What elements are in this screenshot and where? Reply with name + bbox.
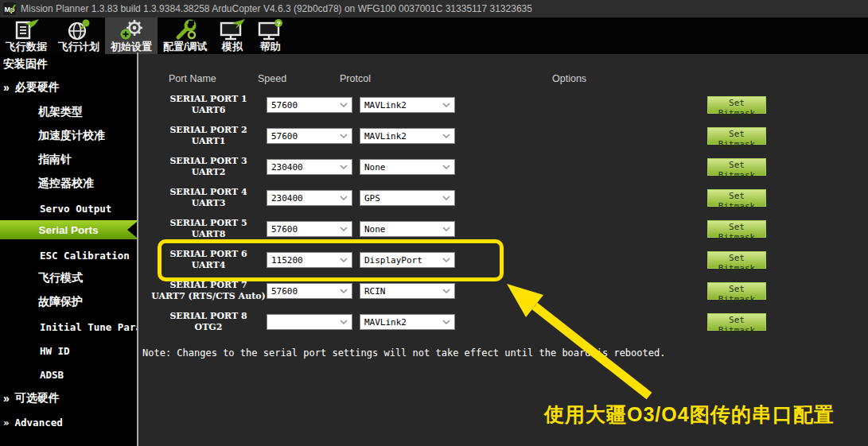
sidebar-item-install-firmware[interactable]: 安装固件 (0, 56, 137, 73)
sidebar-item-hw-id[interactable]: HW ID (0, 342, 137, 359)
tab-label: 飞行数据 (6, 41, 47, 53)
set-bitmask-button[interactable]: Set Bitmask (707, 127, 766, 145)
tab-simulation[interactable]: 模拟 (213, 17, 251, 54)
svg-text:?: ? (276, 20, 280, 28)
column-header-port-name: Port Name (169, 73, 216, 84)
sidebar-item-esc-calibration[interactable]: ESC Calibration (0, 246, 137, 264)
tab-label: 配置/调试 (163, 41, 208, 53)
tab-label: 飞行计划 (58, 41, 99, 53)
sidebar-item-serial-ports[interactable]: Serial Ports (0, 220, 137, 239)
simulation-icon (219, 19, 246, 41)
chevron-down-icon (340, 103, 348, 107)
speed-dropdown[interactable]: 115200 (267, 252, 352, 268)
port-name-label: SERIAL PORT 1UART6 (141, 94, 276, 116)
set-bitmask-button[interactable]: Set Bitmask (707, 96, 766, 114)
chevron-down-icon (442, 165, 450, 169)
title-bar: Mp Mission Planner 1.3.83 build 1.3.9384… (0, 0, 868, 17)
speed-dropdown[interactable]: 57600 (267, 97, 352, 113)
protocol-dropdown[interactable]: MAVLink2 (360, 128, 455, 144)
sidebar-item-servo-output[interactable]: Servo Output (0, 200, 137, 217)
main-toolbar: 飞行数据 飞行计划 (0, 17, 868, 54)
port-name-label: SERIAL PORT 6UART4 (141, 249, 276, 271)
sidebar-item-adsb[interactable]: ADSB (0, 366, 137, 383)
serial-port-row: SERIAL PORT 3UART2 230400 None Set Bitma… (138, 152, 868, 182)
sidebar-item-advanced[interactable]: »Advanced (0, 413, 137, 431)
sidebar-item-initial-tune-params[interactable]: Initial Tune Para (0, 318, 137, 335)
chevron-down-icon (340, 320, 348, 324)
protocol-dropdown[interactable]: RCIN (360, 283, 455, 299)
selected-item-notch (127, 222, 137, 238)
serial-port-row: SERIAL PORT 1UART6 57600 MAVLink2 Set Bi… (138, 90, 868, 120)
chevron-down-icon (442, 258, 450, 262)
protocol-dropdown[interactable]: None (360, 221, 455, 237)
set-bitmask-button[interactable]: Set Bitmask (707, 220, 766, 238)
serial-port-row: SERIAL PORT 2UART1 57600 MAVLink2 Set Bi… (138, 121, 868, 151)
set-bitmask-button[interactable]: Set Bitmask (707, 189, 766, 207)
tab-flight-data[interactable]: 飞行数据 (0, 17, 53, 54)
sidebar-item-flight-modes[interactable]: 飞行模式 (0, 270, 137, 287)
tab-initial-setup[interactable]: 初始设置 (105, 17, 158, 54)
table-header-row: Port Name Speed Protcol Options (0, 73, 868, 84)
column-header-protocol: Protcol (340, 73, 371, 84)
port-name-label: SERIAL PORT 4UART3 (141, 187, 276, 209)
protocol-dropdown[interactable]: DisplayPort (360, 252, 455, 268)
protocol-dropdown[interactable]: None (360, 159, 455, 175)
reboot-note: Note: Changes to the serial port setting… (142, 347, 665, 359)
chevron-down-icon (442, 320, 450, 324)
speed-dropdown[interactable]: 230400 (267, 190, 352, 206)
chevron-down-icon (442, 289, 450, 293)
window-title: Mission Planner 1.3.83 build 1.3.9384.38… (21, 3, 532, 14)
port-name-label: SERIAL PORT 8OTG2 (141, 311, 276, 333)
chevron-down-icon (442, 103, 450, 107)
flight-plan-icon (66, 19, 91, 41)
app-logo-icon: Mp (3, 2, 16, 15)
speed-dropdown[interactable]: 57600 (267, 283, 352, 299)
chevron-down-icon (340, 196, 348, 200)
chevron-down-icon (340, 227, 348, 231)
flight-data-icon (13, 19, 40, 41)
port-name-label: SERIAL PORT 2UART1 (141, 125, 276, 147)
tab-config-tuning[interactable]: 配置/调试 (158, 17, 213, 54)
help-icon: ? (257, 19, 284, 41)
sidebar-item-accel-calibration[interactable]: 加速度计校准 (0, 127, 137, 145)
serial-port-row: SERIAL PORT 8OTG2 MAVLink2 Set Bitmask (138, 307, 868, 337)
speed-dropdown[interactable]: 57600 (267, 128, 352, 144)
column-header-options: Options (552, 73, 586, 84)
column-header-speed: Speed (258, 73, 286, 84)
tab-label: 模拟 (222, 41, 243, 53)
sidebar-item-radio-calibration[interactable]: 遥控器校准 (0, 175, 137, 192)
protocol-dropdown[interactable]: GPS (360, 190, 455, 206)
serial-port-row: SERIAL PORT 7UART7 (RTS/CTS Auto) 57600 … (138, 276, 868, 306)
set-bitmask-button[interactable]: Set Bitmask (707, 313, 766, 331)
chevron-down-icon (442, 227, 450, 231)
protocol-dropdown[interactable]: MAVLink2 (360, 314, 455, 330)
tab-label: 帮助 (260, 41, 281, 53)
tab-flight-plan[interactable]: 飞行计划 (53, 17, 105, 54)
set-bitmask-button[interactable]: Set Bitmask (707, 282, 766, 300)
config-tuning-icon (173, 19, 198, 41)
speed-dropdown[interactable]: 57600 (267, 221, 352, 237)
speed-dropdown[interactable] (267, 314, 352, 330)
set-bitmask-button[interactable]: Set Bitmask (707, 251, 766, 269)
tab-help[interactable]: ? 帮助 (251, 17, 290, 54)
protocol-dropdown[interactable]: MAVLink2 (360, 97, 455, 113)
sidebar-item-frame-type[interactable]: 机架类型 (0, 103, 137, 121)
sidebar-item-optional-hardware[interactable]: »可选硬件 (0, 390, 137, 407)
port-name-label: SERIAL PORT 7UART7 (RTS/CTS Auto) (141, 280, 276, 302)
chevron-down-icon (340, 134, 348, 138)
annotation-callout-text: 使用大疆O3/O4图传的串口配置 (544, 401, 835, 428)
serial-port-row: SERIAL PORT 4UART3 230400 GPS Set Bitmas… (138, 183, 868, 213)
initial-setup-icon (119, 19, 144, 41)
tab-label: 初始设置 (111, 41, 152, 53)
setup-sidebar: 安装固件 »必要硬件 机架类型 加速度计校准 指南针 遥控器校准 Servo O… (0, 54, 137, 446)
mission-planner-window: Mp Mission Planner 1.3.83 build 1.3.9384… (0, 0, 868, 446)
chevron-down-icon (442, 134, 450, 138)
sidebar-item-failsafe[interactable]: 故障保护 (0, 293, 137, 311)
speed-dropdown[interactable]: 230400 (267, 159, 352, 175)
chevron-down-icon (340, 258, 348, 262)
port-name-label: SERIAL PORT 5UART8 (141, 218, 276, 240)
set-bitmask-button[interactable]: Set Bitmask (707, 158, 766, 176)
sidebar-item-compass[interactable]: 指南针 (0, 151, 137, 169)
chevron-down-icon (340, 289, 348, 293)
serial-port-row-highlighted: SERIAL PORT 6UART4 115200 DisplayPort Se… (138, 245, 868, 275)
